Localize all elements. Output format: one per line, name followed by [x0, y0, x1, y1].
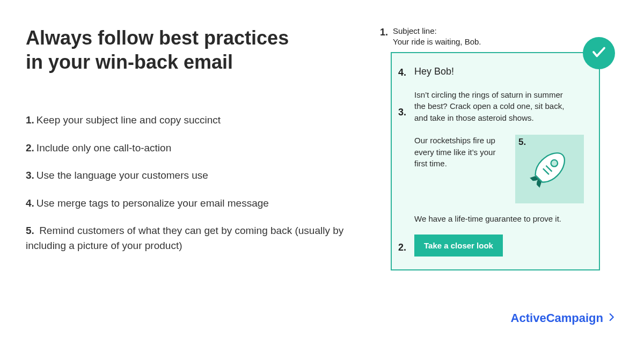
- tip-text: Remind customers of what they can get by…: [26, 225, 343, 251]
- email-paragraph-1: Isn’t circling the rings of saturn in su…: [414, 89, 565, 124]
- check-icon: [591, 44, 607, 62]
- callout-3: 3.: [398, 107, 406, 118]
- tips-list: 1.Keep your subject line and copy succin…: [26, 113, 356, 253]
- chevron-right-icon: [606, 311, 616, 325]
- product-image-box: 5.: [515, 135, 584, 203]
- tip-number: 5.: [26, 225, 34, 236]
- heading-line-2: in your win-back email: [26, 51, 233, 73]
- tip-number: 1.: [26, 114, 34, 126]
- example-email-card: 4. 3. 2. Hey Bob! Isn’t circling the rin…: [391, 52, 600, 270]
- tip-item-3: 3.Use the language your customers use: [26, 168, 356, 183]
- email-paragraph-2: Our rocketships fire up every time like …: [414, 135, 508, 170]
- brand-wordmark: ActiveCampaign: [511, 311, 603, 325]
- callout-2: 2.: [398, 242, 406, 253]
- subject-label: Subject line:: [393, 26, 481, 36]
- tip-number: 4.: [26, 197, 34, 209]
- tip-item-2: 2.Include only one call-to-action: [26, 141, 356, 156]
- rocket-icon: [529, 147, 570, 191]
- example-subject-row: 1. Subject line: Your ride is waiting, B…: [380, 26, 618, 48]
- callout-1: 1.: [380, 26, 393, 39]
- page-heading: Always follow best practices in your win…: [26, 26, 356, 74]
- tip-number: 2.: [26, 142, 34, 153]
- success-badge: [583, 37, 615, 69]
- tip-item-4: 4.Use merge tags to personalize your ema…: [26, 196, 356, 211]
- subject-line: Your ride is waiting, Bob.: [393, 36, 481, 47]
- cta-button[interactable]: Take a closer look: [414, 235, 503, 257]
- callout-4: 4.: [398, 67, 406, 78]
- email-paragraph-3: We have a life-time guarantee to prove i…: [414, 213, 584, 225]
- tip-item-5: 5. Remind customers of what they can get…: [26, 223, 356, 253]
- tip-text: Include only one call-to-action: [36, 142, 171, 153]
- email-greeting: Hey Bob!: [414, 66, 584, 77]
- tip-text: Keep your subject line and copy succinct: [36, 114, 221, 126]
- tip-item-1: 1.Keep your subject line and copy succin…: [26, 113, 356, 128]
- brand-logo: ActiveCampaign: [511, 311, 616, 325]
- tip-number: 3.: [26, 170, 34, 181]
- callout-5: 5.: [518, 137, 526, 148]
- heading-line-1: Always follow best practices: [26, 27, 289, 49]
- tip-text: Use the language your customers use: [36, 170, 208, 181]
- tip-text: Use merge tags to personalize your email…: [36, 197, 269, 209]
